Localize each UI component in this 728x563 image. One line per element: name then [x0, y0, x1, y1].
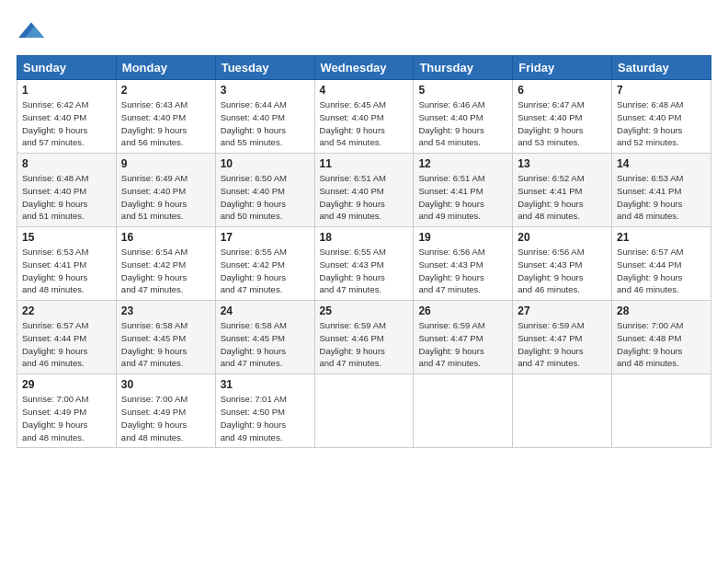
day-info: Sunrise: 6:52 AM Sunset: 4:41 PM Dayligh…	[518, 172, 607, 223]
day-cell: 27 Sunrise: 6:59 AM Sunset: 4:47 PM Dayl…	[513, 301, 612, 374]
day-cell: 28 Sunrise: 7:00 AM Sunset: 4:48 PM Dayl…	[612, 301, 711, 374]
day-info: Sunrise: 7:00 AM Sunset: 4:49 PM Dayligh…	[22, 393, 111, 443]
day-cell: 23 Sunrise: 6:58 AM Sunset: 4:45 PM Dayl…	[116, 301, 215, 374]
day-info: Sunrise: 6:46 AM Sunset: 4:40 PM Dayligh…	[418, 98, 507, 149]
day-info: Sunrise: 7:01 AM Sunset: 4:50 PM Dayligh…	[221, 393, 310, 443]
day-cell: 10 Sunrise: 6:50 AM Sunset: 4:40 PM Dayl…	[215, 154, 314, 227]
weekday-header-wednesday: Wednesday	[314, 56, 414, 80]
day-cell: 31 Sunrise: 7:01 AM Sunset: 4:50 PM Dayl…	[215, 374, 314, 448]
day-info: Sunrise: 6:57 AM Sunset: 4:44 PM Dayligh…	[22, 319, 111, 370]
day-number: 9	[121, 157, 210, 170]
day-cell: 29 Sunrise: 7:00 AM Sunset: 4:49 PM Dayl…	[17, 374, 117, 448]
day-cell: 8 Sunrise: 6:48 AM Sunset: 4:40 PM Dayli…	[17, 154, 117, 227]
day-cell: 25 Sunrise: 6:59 AM Sunset: 4:46 PM Dayl…	[314, 301, 414, 374]
day-cell	[314, 374, 414, 448]
day-info: Sunrise: 6:42 AM Sunset: 4:40 PM Dayligh…	[22, 98, 111, 149]
day-number: 22	[22, 304, 111, 317]
day-number: 8	[22, 157, 111, 170]
day-info: Sunrise: 6:45 AM Sunset: 4:40 PM Dayligh…	[320, 98, 409, 149]
day-number: 5	[418, 84, 507, 97]
day-number: 18	[320, 231, 409, 244]
day-cell	[414, 374, 513, 448]
day-cell: 17 Sunrise: 6:55 AM Sunset: 4:42 PM Dayl…	[215, 227, 314, 301]
day-number: 2	[121, 84, 210, 97]
day-number: 15	[22, 231, 111, 244]
weekday-header-saturday: Saturday	[612, 56, 711, 80]
day-cell: 19 Sunrise: 6:56 AM Sunset: 4:43 PM Dayl…	[414, 227, 513, 301]
day-number: 19	[418, 231, 507, 244]
day-cell: 30 Sunrise: 7:00 AM Sunset: 4:49 PM Dayl…	[116, 374, 215, 448]
day-cell: 2 Sunrise: 6:43 AM Sunset: 4:40 PM Dayli…	[116, 80, 215, 154]
day-cell: 13 Sunrise: 6:52 AM Sunset: 4:41 PM Dayl…	[513, 154, 612, 227]
day-cell: 22 Sunrise: 6:57 AM Sunset: 4:44 PM Dayl…	[17, 301, 117, 374]
day-info: Sunrise: 6:54 AM Sunset: 4:42 PM Dayligh…	[121, 246, 210, 296]
weekday-header-thursday: Thursday	[414, 56, 513, 80]
day-info: Sunrise: 6:58 AM Sunset: 4:45 PM Dayligh…	[221, 319, 310, 370]
day-number: 6	[518, 84, 607, 97]
day-cell	[612, 374, 711, 448]
day-number: 7	[617, 84, 706, 97]
day-info: Sunrise: 7:00 AM Sunset: 4:48 PM Dayligh…	[617, 319, 706, 370]
day-info: Sunrise: 6:55 AM Sunset: 4:42 PM Dayligh…	[221, 246, 310, 296]
calendar-table: SundayMondayTuesdayWednesdayThursdayFrid…	[17, 55, 711, 448]
day-cell: 20 Sunrise: 6:56 AM Sunset: 4:43 PM Dayl…	[513, 227, 612, 301]
day-number: 11	[320, 157, 409, 170]
weekday-header-tuesday: Tuesday	[215, 56, 314, 80]
day-number: 31	[221, 378, 310, 391]
day-info: Sunrise: 6:53 AM Sunset: 4:41 PM Dayligh…	[617, 172, 706, 223]
day-info: Sunrise: 6:59 AM Sunset: 4:47 PM Dayligh…	[418, 319, 507, 370]
day-cell: 5 Sunrise: 6:46 AM Sunset: 4:40 PM Dayli…	[414, 80, 513, 154]
day-number: 29	[22, 378, 111, 391]
day-cell: 18 Sunrise: 6:55 AM Sunset: 4:43 PM Dayl…	[314, 227, 414, 301]
day-cell: 15 Sunrise: 6:53 AM Sunset: 4:41 PM Dayl…	[17, 227, 117, 301]
day-cell: 14 Sunrise: 6:53 AM Sunset: 4:41 PM Dayl…	[612, 154, 711, 227]
week-row-2: 8 Sunrise: 6:48 AM Sunset: 4:40 PM Dayli…	[17, 154, 711, 227]
week-row-5: 29 Sunrise: 7:00 AM Sunset: 4:49 PM Dayl…	[17, 374, 711, 448]
day-info: Sunrise: 6:51 AM Sunset: 4:40 PM Dayligh…	[320, 172, 409, 223]
day-number: 14	[617, 157, 706, 170]
day-number: 12	[418, 157, 507, 170]
day-cell: 7 Sunrise: 6:48 AM Sunset: 4:40 PM Dayli…	[612, 80, 711, 154]
day-cell: 12 Sunrise: 6:51 AM Sunset: 4:41 PM Dayl…	[414, 154, 513, 227]
weekday-header-friday: Friday	[513, 56, 612, 80]
page: SundayMondayTuesdayWednesdayThursdayFrid…	[0, 0, 728, 563]
day-cell: 21 Sunrise: 6:57 AM Sunset: 4:44 PM Dayl…	[612, 227, 711, 301]
day-info: Sunrise: 6:59 AM Sunset: 4:46 PM Dayligh…	[320, 319, 409, 370]
day-info: Sunrise: 6:44 AM Sunset: 4:40 PM Dayligh…	[221, 98, 310, 149]
day-cell: 4 Sunrise: 6:45 AM Sunset: 4:40 PM Dayli…	[314, 80, 414, 154]
day-number: 20	[518, 231, 607, 244]
logo-icon	[18, 17, 44, 42]
day-cell: 1 Sunrise: 6:42 AM Sunset: 4:40 PM Dayli…	[17, 80, 117, 154]
day-cell: 24 Sunrise: 6:58 AM Sunset: 4:45 PM Dayl…	[215, 301, 314, 374]
day-number: 25	[320, 304, 409, 317]
day-info: Sunrise: 6:49 AM Sunset: 4:40 PM Dayligh…	[121, 172, 210, 223]
day-number: 1	[22, 84, 111, 97]
day-number: 17	[221, 231, 310, 244]
week-row-3: 15 Sunrise: 6:53 AM Sunset: 4:41 PM Dayl…	[17, 227, 711, 301]
weekday-header-row: SundayMondayTuesdayWednesdayThursdayFrid…	[17, 56, 711, 80]
day-info: Sunrise: 6:56 AM Sunset: 4:43 PM Dayligh…	[418, 246, 507, 296]
day-info: Sunrise: 6:53 AM Sunset: 4:41 PM Dayligh…	[22, 246, 111, 296]
day-number: 3	[221, 84, 310, 97]
weekday-header-sunday: Sunday	[17, 56, 117, 80]
day-info: Sunrise: 6:59 AM Sunset: 4:47 PM Dayligh…	[518, 319, 607, 370]
day-cell: 9 Sunrise: 6:49 AM Sunset: 4:40 PM Dayli…	[116, 154, 215, 227]
day-number: 27	[518, 304, 607, 317]
header	[17, 17, 711, 46]
day-number: 26	[418, 304, 507, 317]
day-number: 30	[121, 378, 210, 391]
day-info: Sunrise: 6:50 AM Sunset: 4:40 PM Dayligh…	[221, 172, 310, 223]
day-number: 10	[221, 157, 310, 170]
day-info: Sunrise: 6:47 AM Sunset: 4:40 PM Dayligh…	[518, 98, 607, 149]
day-info: Sunrise: 6:57 AM Sunset: 4:44 PM Dayligh…	[617, 246, 706, 296]
day-info: Sunrise: 6:55 AM Sunset: 4:43 PM Dayligh…	[320, 246, 409, 296]
day-number: 13	[518, 157, 607, 170]
logo	[17, 17, 44, 46]
day-cell: 16 Sunrise: 6:54 AM Sunset: 4:42 PM Dayl…	[116, 227, 215, 301]
day-info: Sunrise: 6:48 AM Sunset: 4:40 PM Dayligh…	[617, 98, 706, 149]
day-number: 23	[121, 304, 210, 317]
day-cell: 6 Sunrise: 6:47 AM Sunset: 4:40 PM Dayli…	[513, 80, 612, 154]
day-cell	[513, 374, 612, 448]
weekday-header-monday: Monday	[116, 56, 215, 80]
day-info: Sunrise: 6:43 AM Sunset: 4:40 PM Dayligh…	[121, 98, 210, 149]
